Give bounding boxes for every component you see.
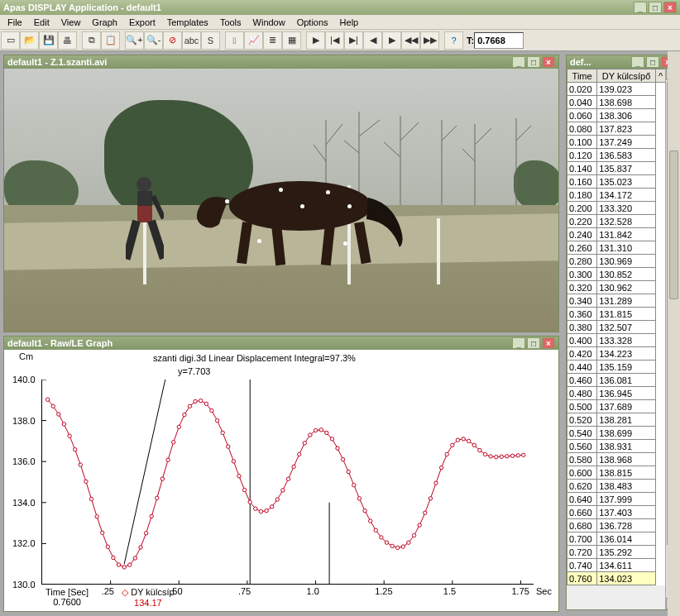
table-row[interactable]: 0.680136.728 <box>567 519 666 532</box>
table-row[interactable]: 0.600138.815 <box>567 466 666 480</box>
data-table: Time DY külcsípő ^ 0.020139.0230.040138.… <box>567 69 666 585</box>
paste-icon[interactable]: 📋 <box>101 31 120 50</box>
step-fwd-icon[interactable]: ▶ <box>382 31 401 50</box>
table-row[interactable]: 0.640137.999 <box>567 493 666 506</box>
table-row[interactable]: 0.280130.969 <box>567 255 666 268</box>
copy-icon[interactable]: ⧉ <box>82 31 101 50</box>
data-window-titlebar[interactable]: def... _ □ × <box>567 55 678 69</box>
table-row[interactable]: 0.080137.823 <box>567 122 666 136</box>
table-row[interactable]: 0.620138.483 <box>567 480 666 493</box>
close-button[interactable]: × <box>663 2 677 13</box>
table-row[interactable]: 0.760134.023 <box>567 572 666 585</box>
legend-series-value: 134.17 <box>122 598 174 608</box>
menu-file[interactable]: File <box>2 17 28 27</box>
help-icon[interactable]: ? <box>444 31 463 50</box>
plot-area[interactable] <box>41 380 534 585</box>
graph-window-titlebar[interactable]: default1 - Raw/LE Graph _ □ × <box>4 337 558 350</box>
menu-templates[interactable]: Templates <box>161 17 214 27</box>
zoom-reset-icon[interactable]: ⊘ <box>163 31 182 50</box>
table-row[interactable]: 0.060138.306 <box>567 109 666 122</box>
menu-export[interactable]: Export <box>123 17 161 27</box>
video-frame[interactable] <box>4 69 558 332</box>
table-row[interactable]: 0.700136.014 <box>567 532 666 546</box>
ffwd-icon[interactable]: ▶▶ <box>420 31 439 50</box>
table-row[interactable]: 0.660137.403 <box>567 506 666 519</box>
graph-max-icon[interactable]: □ <box>527 337 540 349</box>
graph-close-icon[interactable]: × <box>542 337 555 349</box>
video-close-icon[interactable]: × <box>542 56 555 68</box>
svg-rect-7 <box>237 222 252 264</box>
table-row[interactable]: 0.340131.289 <box>567 294 666 308</box>
app-scrollbar[interactable] <box>668 51 680 616</box>
table-row[interactable]: 0.440135.159 <box>567 361 666 374</box>
table-row[interactable]: 0.040138.698 <box>567 96 666 109</box>
snapshot-icon[interactable]: S <box>201 31 220 50</box>
table-row[interactable]: 0.580138.968 <box>567 453 666 466</box>
table-row[interactable]: 0.140135.837 <box>567 162 666 175</box>
menu-tools[interactable]: Tools <box>214 17 247 27</box>
new-icon[interactable]: ▭ <box>1 31 20 50</box>
zoom-out-icon[interactable]: 🔍- <box>144 31 163 50</box>
menu-options[interactable]: Options <box>291 17 334 27</box>
table-row[interactable]: 0.400133.328 <box>567 334 666 347</box>
table-row[interactable]: 0.320130.962 <box>567 281 666 294</box>
table-row[interactable]: 0.100137.249 <box>567 136 666 149</box>
zoom-in-icon[interactable]: 🔍+ <box>125 31 144 50</box>
menu-graph[interactable]: Graph <box>86 17 123 27</box>
graph-min-icon[interactable]: _ <box>512 337 525 349</box>
chart-icon[interactable]: 📈 <box>244 31 263 50</box>
last-icon[interactable]: ▶| <box>344 31 363 50</box>
svg-point-31 <box>139 546 142 549</box>
table-row[interactable]: 0.020139.023 <box>567 83 666 96</box>
table-row[interactable]: 0.260131.310 <box>567 241 666 255</box>
graph-canvas[interactable]: Cm szanti digi.3d Linear Displacement In… <box>4 350 558 611</box>
step-back-icon[interactable]: ◀ <box>363 31 382 50</box>
table-row[interactable]: 0.380132.507 <box>567 321 666 334</box>
table-row[interactable]: 0.480136.945 <box>567 387 666 400</box>
menu-edit[interactable]: Edit <box>28 17 55 27</box>
menu-help[interactable]: Help <box>334 17 365 27</box>
save-icon[interactable]: 💾 <box>39 31 58 50</box>
data-min-icon[interactable]: _ <box>631 56 644 68</box>
col-value[interactable]: DY külcsípő <box>597 69 656 83</box>
table-row[interactable]: 0.300130.852 <box>567 268 666 281</box>
table-row[interactable]: 0.720135.292 <box>567 546 666 559</box>
print-icon[interactable]: 🖶 <box>58 31 77 50</box>
app-scroll-thumb[interactable] <box>669 150 678 299</box>
open-icon[interactable]: 📂 <box>20 31 39 50</box>
menu-window[interactable]: Window <box>247 17 291 27</box>
table-row[interactable]: 0.520138.281 <box>567 413 666 427</box>
video-max-icon[interactable]: □ <box>527 56 540 68</box>
maximize-button[interactable]: □ <box>649 2 662 13</box>
table-row[interactable]: 0.240131.842 <box>567 228 666 241</box>
menu-view[interactable]: View <box>55 17 87 27</box>
data-max-icon[interactable]: □ <box>646 56 659 68</box>
table-row[interactable]: 0.360131.815 <box>567 308 666 321</box>
table-row[interactable]: 0.220132.528 <box>567 215 666 228</box>
table-row[interactable]: 0.160135.023 <box>567 175 666 189</box>
table-icon[interactable]: ▦ <box>282 31 301 50</box>
minimize-button[interactable]: _ <box>634 2 647 13</box>
table-row[interactable]: 0.460136.081 <box>567 374 666 387</box>
table-row[interactable]: 0.500137.689 <box>567 400 666 413</box>
table-row[interactable]: 0.200133.320 <box>567 202 666 215</box>
video-min-icon[interactable]: _ <box>512 56 525 68</box>
svg-point-48 <box>232 460 235 463</box>
table-row[interactable]: 0.540138.699 <box>567 427 666 440</box>
y-tick-label: 140.0 <box>12 375 36 384</box>
time-field[interactable]: 0.7668 <box>474 32 524 49</box>
report-icon[interactable]: ≣ <box>263 31 282 50</box>
first-icon[interactable]: |◀ <box>325 31 344 50</box>
table-row[interactable]: 0.420134.223 <box>567 347 666 361</box>
video-window-titlebar[interactable]: default1 - Z.1.szanti.avi _ □ × <box>4 55 558 69</box>
table-row[interactable]: 0.560138.931 <box>567 440 666 453</box>
col-time[interactable]: Time <box>567 69 597 83</box>
stickman-icon[interactable]: 𖨆 <box>225 31 244 50</box>
label-icon[interactable]: abc <box>182 31 201 50</box>
play-icon[interactable]: ▶ <box>306 31 325 50</box>
table-row[interactable]: 0.180134.172 <box>567 189 666 202</box>
rewind-icon[interactable]: ◀◀ <box>401 31 420 50</box>
svg-point-36 <box>166 458 170 461</box>
table-row[interactable]: 0.120136.583 <box>567 149 666 162</box>
table-row[interactable]: 0.740134.611 <box>567 559 666 572</box>
